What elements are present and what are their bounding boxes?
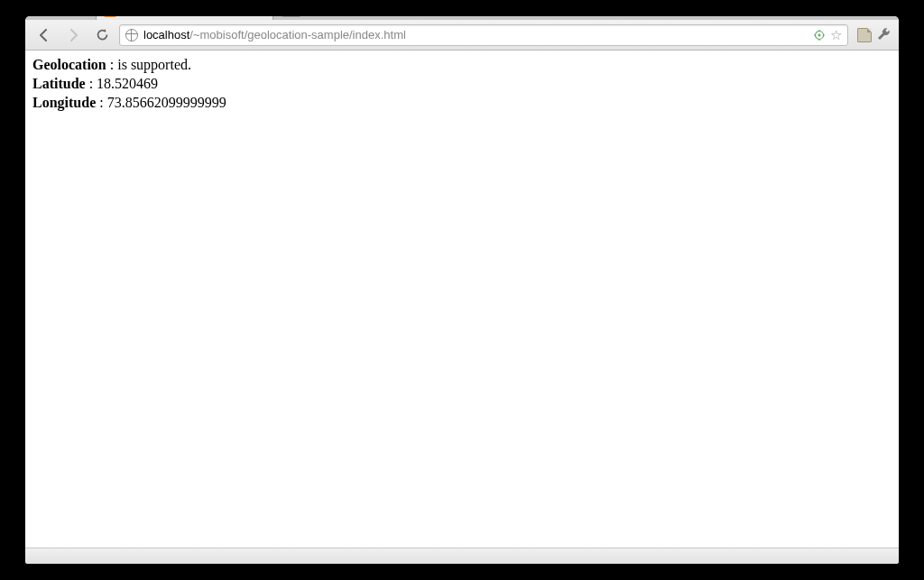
latitude-line: Latitude : 18.520469 [32,75,892,94]
geolocation-status-line: Geolocation : is supported. [32,56,892,75]
forward-button[interactable] [61,24,85,46]
longitude-line: Longitude : 73.85662099999999 [32,94,892,113]
svg-point-1 [818,33,821,36]
geolocation-permission-icon[interactable] [814,30,825,41]
tab-favicon-icon: X [104,16,116,17]
browser-window: X HTML 5 Geolocation Sample × localhost/… [25,16,899,564]
bookmark-star-icon[interactable]: ☆ [830,27,842,43]
status-bar [25,548,899,564]
back-button[interactable] [32,24,56,46]
url-path: /~mobisoft/geolocation-sample/index.html [189,28,406,41]
new-tab-button[interactable] [276,16,300,17]
browser-tab[interactable]: X HTML 5 Geolocation Sample × [96,16,273,20]
url-text: localhost/~mobisoft/geolocation-sample/i… [143,28,406,41]
site-identity-icon [125,29,138,41]
latitude-value: : 18.520469 [86,76,158,91]
reload-button[interactable] [90,24,114,46]
geolocation-value: : is supported. [106,57,191,72]
longitude-label: Longitude [32,95,96,110]
tab-strip: X HTML 5 Geolocation Sample × [25,16,899,20]
wrench-menu-icon[interactable] [877,26,892,44]
url-host: localhost [143,28,189,41]
address-bar[interactable]: localhost/~mobisoft/geolocation-sample/i… [119,24,848,46]
page-menu-icon[interactable] [857,28,872,42]
latitude-label: Latitude [32,76,86,91]
longitude-value: : 73.85662099999999 [96,95,226,110]
toolbar: localhost/~mobisoft/geolocation-sample/i… [25,20,899,51]
geolocation-label: Geolocation [32,57,106,72]
page-content: Geolocation : is supported. Latitude : 1… [25,51,899,548]
